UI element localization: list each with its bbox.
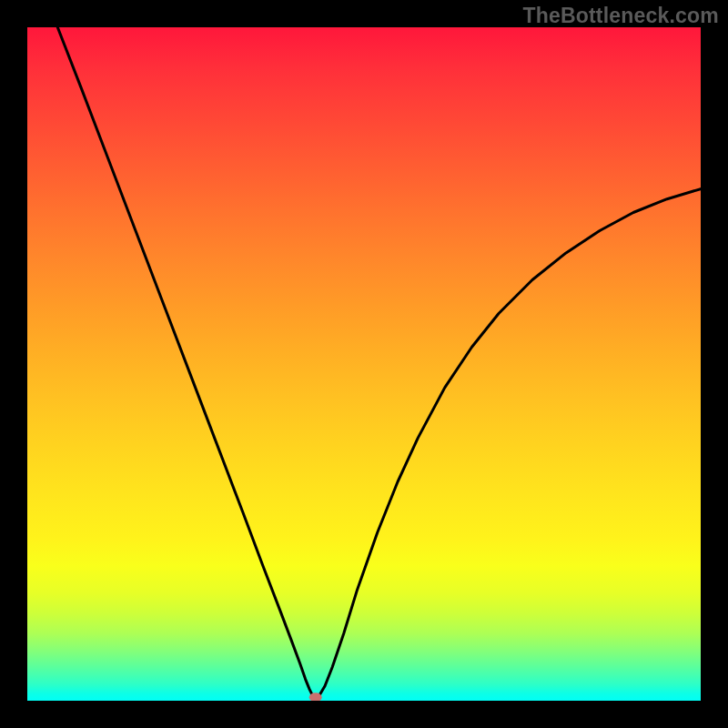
chart-svg (27, 27, 701, 701)
chart-frame: TheBottleneck.com (0, 0, 728, 728)
watermark-text: TheBottleneck.com (522, 4, 719, 28)
bottleneck-curve (57, 27, 701, 697)
plot-area (27, 27, 701, 701)
